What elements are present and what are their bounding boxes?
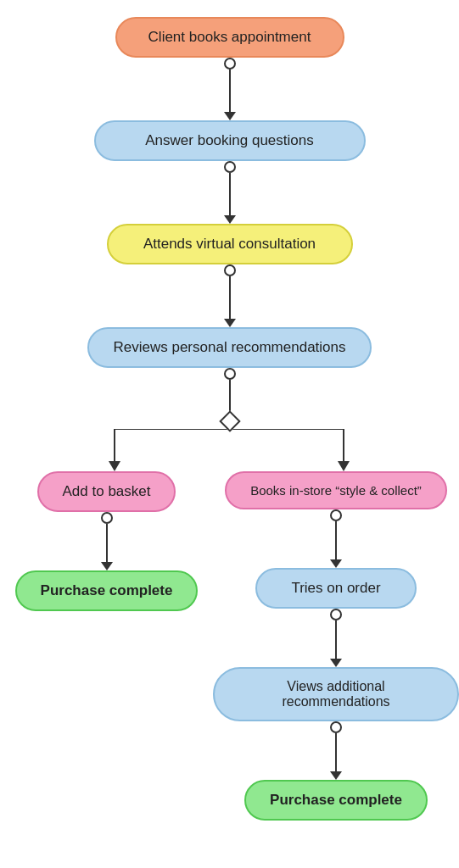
node-purchase-complete-left-label: Purchase complete — [41, 582, 173, 599]
node-reviews-recommendations-label: Reviews personal recommendations — [113, 339, 345, 356]
line-4 — [229, 380, 231, 414]
arrow-right-1 — [330, 559, 342, 568]
circle-3 — [224, 264, 236, 276]
node-add-to-basket: Add to basket — [37, 471, 176, 512]
arrow-2 — [224, 215, 236, 224]
node-views-additional: Views additional recommendations — [213, 667, 459, 721]
arrow-left-1 — [101, 562, 113, 570]
arrow-right-2 — [330, 659, 342, 667]
line-right-3 — [335, 733, 337, 771]
node-purchase-complete-right: Purchase complete — [244, 780, 428, 821]
connector-1 — [224, 58, 236, 120]
node-virtual-consultation: Attends virtual consultation — [107, 224, 353, 264]
node-virtual-consultation-label: Attends virtual consultation — [143, 236, 316, 253]
node-books-instore: Books in-store “style & collect” — [225, 471, 447, 509]
node-client-books: Client books appointment — [115, 17, 344, 58]
node-add-to-basket-label: Add to basket — [63, 483, 151, 500]
circle-right-2 — [330, 609, 342, 620]
circle-4 — [224, 368, 236, 380]
circle-left-1 — [101, 512, 113, 524]
node-reviews-recommendations: Reviews personal recommendations — [87, 327, 371, 368]
svg-marker-3 — [109, 461, 120, 471]
node-books-instore-label: Books in-store “style & collect” — [250, 483, 422, 498]
connector-right-1 — [330, 509, 342, 568]
connector-left-1 — [101, 512, 113, 570]
line-left-1 — [106, 524, 108, 562]
line-2 — [229, 173, 231, 215]
svg-marker-5 — [338, 461, 350, 471]
line-1 — [229, 70, 231, 112]
line-3 — [229, 276, 231, 319]
circle-2 — [224, 161, 236, 173]
circle-1 — [224, 58, 236, 70]
node-purchase-complete-right-label: Purchase complete — [270, 792, 402, 809]
line-right-1 — [335, 521, 337, 559]
branch-section: Add to basket Purchase complete Books in — [0, 429, 459, 821]
line-right-2 — [335, 620, 337, 659]
branch-row: Add to basket Purchase complete Books in — [0, 471, 459, 821]
node-answer-booking: Answer booking questions — [94, 120, 366, 161]
branch-right: Books in-store “style & collect” Tries o… — [213, 471, 459, 821]
branch-h-container — [0, 429, 459, 471]
circle-right-3 — [330, 721, 342, 733]
node-purchase-complete-left: Purchase complete — [15, 570, 199, 611]
arrow-1 — [224, 112, 236, 120]
arrow-right-3 — [330, 771, 342, 780]
connector-right-3 — [330, 721, 342, 780]
connector-right-2 — [330, 609, 342, 667]
node-answer-booking-label: Answer booking questions — [145, 132, 313, 149]
node-client-books-label: Client books appointment — [148, 29, 311, 46]
connector-3 — [224, 264, 236, 327]
diamond-1 — [219, 410, 240, 431]
connector-4 — [222, 368, 238, 429]
node-tries-on-order-label: Tries on order — [291, 580, 380, 597]
connector-2 — [224, 161, 236, 224]
branch-lines-svg — [0, 429, 459, 471]
node-views-additional-label: Views additional recommendations — [238, 679, 434, 709]
node-tries-on-order: Tries on order — [255, 568, 417, 609]
flowchart-diagram: Client books appointment Answer booking … — [0, 0, 459, 846]
arrow-3 — [224, 319, 236, 327]
circle-right-1 — [330, 509, 342, 521]
branch-left: Add to basket Purchase complete — [0, 471, 213, 611]
